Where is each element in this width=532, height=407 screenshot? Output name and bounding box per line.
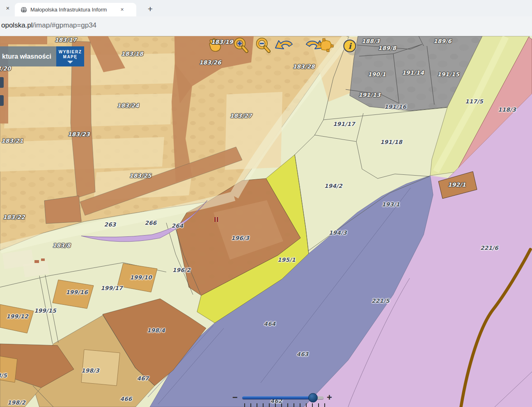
parcel-label: 199/16 (66, 289, 88, 295)
scale-tick (275, 403, 276, 407)
url-path: /imap/#gpmap=gp34 (33, 21, 96, 29)
parcel-label: 183/21 (1, 137, 23, 144)
parcel-label: 199/12 (6, 313, 28, 320)
close-icon[interactable]: × (4, 5, 11, 12)
choose-map-label-1: WYBIERZ (56, 50, 84, 55)
parcel-label: 191/15 (437, 71, 459, 78)
parcel-label: 183/8 (53, 242, 71, 249)
scale-tick (306, 403, 307, 407)
scale-ticks (244, 403, 330, 407)
globe-icon (21, 7, 27, 13)
parcel-label: 198/3 (81, 367, 99, 374)
parcel-label: 199/17 (101, 285, 123, 291)
parcel-label: 118/3 (498, 106, 516, 113)
parcel-label: 117/5 (465, 98, 483, 105)
parcel-label: 195/1 (277, 256, 296, 263)
parcel-label: 190/1 (368, 71, 386, 78)
choose-map-label-2: MAPĘ (56, 55, 84, 59)
scale-tick (269, 403, 270, 407)
parcel-label: 198/5 (0, 372, 7, 379)
scale-tick (324, 403, 325, 407)
parcel-label: 198/4 (147, 327, 165, 334)
parcel-label: 183/18 (121, 50, 143, 57)
panel-title: ktura własności (0, 53, 51, 60)
parcel-label: 263 (104, 221, 116, 228)
parcel-label: 183/19 (211, 39, 233, 45)
parcel-label: 183/28 (293, 63, 315, 70)
scale-tick (244, 403, 245, 407)
parcel-label: II (214, 216, 219, 224)
parcel-label: 192/1 (448, 181, 466, 188)
scale-tick (312, 403, 313, 407)
scale-tick (257, 403, 257, 407)
parcel-label: 193/1 (382, 201, 400, 208)
zoom-slider-track[interactable] (242, 396, 323, 399)
parcel-label: 464 (264, 320, 275, 327)
parcel-label: 183/26 (199, 59, 221, 66)
ownership-panel: ktura własności (0, 46, 56, 66)
parcel-label: 196/3 (231, 235, 249, 241)
zoom-slider-fill (242, 396, 313, 399)
scale-tick (318, 403, 319, 407)
choose-map-button[interactable]: WYBIERZ MAPĘ (56, 46, 84, 66)
url-host: opolska.pl (1, 21, 33, 29)
map-canvas[interactable]: i 183/17183/19188/3189/8189/6183/18183/2… (0, 36, 532, 407)
parcel-label: 189/6 (433, 38, 452, 44)
cadastral-map: i (0, 36, 532, 407)
scale-tick (300, 403, 300, 407)
parcel-label: 183/23 (68, 131, 90, 137)
parcel-label: 183/24 (117, 102, 139, 109)
parcel-label: 264 (171, 222, 183, 229)
scale-tick (287, 403, 288, 407)
tab-strip: × Małopolska Infrastruktura Inform × + (0, 0, 532, 16)
url-text: opolska.pl/imap/#gpmap=gp34 (1, 21, 96, 30)
parcel-label: 189/8 (378, 45, 396, 51)
scale-tick (250, 403, 251, 407)
chevron-down-icon (67, 61, 73, 64)
parcel-label: 221/6 (480, 245, 498, 251)
zoom-slider-knob[interactable] (308, 393, 318, 402)
parcel-label: 191/18 (380, 139, 402, 145)
parcel-label: 196/2 (172, 267, 190, 273)
parcel-label: 221/5 (371, 297, 390, 304)
parcel-label: 199/15 (34, 307, 56, 314)
parcel-label: 199/10 (130, 274, 152, 281)
scale-tick (294, 403, 294, 407)
zone-183-8 (44, 196, 81, 224)
parcel-label: 467 (137, 375, 149, 382)
scale-tick (281, 403, 282, 407)
parcel-label: 466 (120, 396, 132, 402)
parcel-label: 463 (296, 351, 308, 357)
parcel-label: 183/25 (129, 172, 151, 179)
panel-tab[interactable] (0, 95, 4, 106)
zoom-in-slider-button[interactable]: + (327, 392, 332, 403)
parcel-label: 183/22 (3, 214, 25, 220)
tab-title: Małopolska Infrastruktura Inform (30, 7, 119, 13)
scale-tick (263, 403, 264, 407)
parcel-label: 194/2 (324, 183, 342, 189)
zoom-out-slider-button[interactable]: − (232, 392, 238, 403)
parcel-label: 266 (144, 220, 156, 226)
browser-window: × Małopolska Infrastruktura Inform × + o… (0, 0, 532, 407)
panel-tab[interactable] (0, 77, 4, 88)
parcel-label: 198/2 (7, 399, 25, 406)
parcel-label: 194/3 (329, 229, 347, 236)
parcel-label: 191/13 (358, 91, 381, 98)
parcel-label: 183/27 (230, 112, 252, 119)
parcel-label: 183/17 (55, 37, 77, 43)
tab-close-icon[interactable]: × (119, 6, 126, 13)
parcel-label: 191/17 (333, 121, 355, 127)
parcel-label: 188/3 (362, 38, 380, 44)
address-bar[interactable]: opolska.pl/imap/#gpmap=gp34 (0, 16, 532, 36)
tab-malopolska[interactable]: Małopolska Infrastruktura Inform × (15, 3, 136, 16)
new-tab-button[interactable]: + (144, 3, 156, 15)
parcel-label: 191/14 (402, 69, 424, 76)
parcel-label: 191/16 (384, 103, 406, 110)
